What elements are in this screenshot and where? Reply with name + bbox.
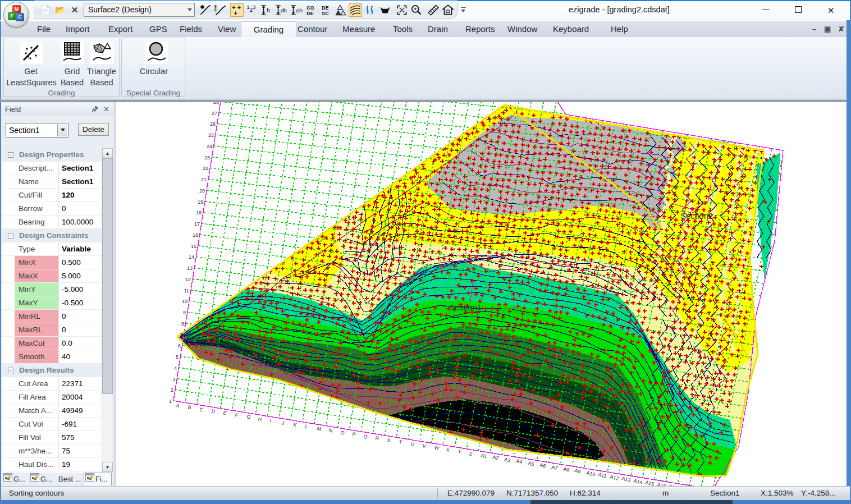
- svg-text:x: x: [502, 311, 505, 319]
- svg-text:E: E: [223, 410, 227, 416]
- svg-text:T: T: [399, 439, 403, 445]
- svg-text:A9: A9: [574, 468, 582, 474]
- svg-text:19: 19: [198, 199, 203, 205]
- svg-text:K: K: [293, 421, 298, 428]
- svg-text:13: 13: [187, 265, 193, 271]
- svg-text:14: 14: [189, 254, 194, 260]
- svg-text:F: F: [235, 412, 239, 418]
- svg-text:I: I: [269, 418, 272, 423]
- svg-text:Z: Z: [469, 451, 473, 457]
- svg-text:15: 15: [191, 244, 196, 249]
- svg-text:A6: A6: [539, 462, 547, 469]
- svg-text:✱: ✱: [200, 4, 204, 10]
- svg-text:W: W: [434, 445, 440, 451]
- svg-text:A1: A1: [481, 452, 488, 459]
- svg-text:8: 8: [181, 321, 184, 327]
- svg-text:H: H: [258, 416, 263, 422]
- svg-text:6: 6: [178, 343, 181, 349]
- svg-text:5: 5: [176, 354, 179, 360]
- svg-text:A5: A5: [528, 460, 535, 467]
- svg-text:dh: dh: [281, 7, 287, 13]
- svg-text:Y: Y: [457, 448, 462, 455]
- svg-text:C: C: [199, 406, 204, 413]
- svg-text:A14: A14: [633, 478, 643, 485]
- svg-text:R: R: [375, 435, 380, 441]
- svg-text:28: 28: [213, 102, 219, 105]
- svg-text:9: 9: [183, 310, 186, 315]
- svg-text:24: 24: [207, 144, 212, 149]
- svg-text:DE: DE: [322, 5, 328, 11]
- svg-text:A: A: [176, 402, 180, 409]
- svg-text:D: D: [211, 408, 216, 414]
- svg-text:12: 12: [185, 277, 191, 282]
- svg-text:11: 11: [184, 288, 189, 294]
- svg-text:S: S: [387, 437, 391, 443]
- svg-text:27: 27: [212, 111, 217, 116]
- svg-text:SC: SC: [322, 11, 329, 16]
- svg-text:A3: A3: [504, 456, 511, 463]
- svg-text:A10: A10: [586, 470, 596, 478]
- svg-text:CO: CO: [306, 5, 314, 11]
- svg-text:1: 1: [169, 398, 172, 404]
- svg-text:Section1: Section1: [449, 303, 482, 312]
- svg-text:+: +: [234, 10, 237, 16]
- svg-text:G: G: [246, 414, 251, 420]
- svg-text:O: O: [340, 429, 345, 436]
- svg-text:A11: A11: [598, 471, 607, 479]
- svg-text:4: 4: [174, 365, 177, 371]
- svg-text:DE: DE: [306, 11, 313, 16]
- svg-text:17: 17: [194, 221, 200, 227]
- svg-text:16: 16: [193, 232, 198, 238]
- svg-text:A4: A4: [516, 458, 523, 465]
- svg-text:A2: A2: [492, 454, 500, 461]
- svg-text:Δh: Δh: [296, 7, 303, 13]
- svg-text:P: P: [352, 431, 356, 437]
- svg-text:A15: A15: [645, 479, 655, 486]
- svg-text:B: B: [187, 404, 192, 410]
- svg-text:2: 2: [171, 387, 173, 393]
- svg-text:10: 10: [182, 299, 187, 304]
- svg-text:25: 25: [208, 132, 214, 138]
- svg-text:Section2: Section2: [680, 211, 713, 221]
- svg-text:Q: Q: [363, 433, 368, 439]
- svg-text:7: 7: [180, 332, 182, 338]
- svg-text:M: M: [317, 425, 322, 432]
- svg-text:L: L: [305, 423, 309, 429]
- svg-text:N: N: [328, 427, 333, 433]
- svg-text:X: X: [446, 447, 450, 453]
- svg-text:22: 22: [203, 166, 208, 171]
- svg-text:23: 23: [204, 155, 210, 161]
- svg-text:21: 21: [201, 177, 207, 182]
- svg-text:J: J: [281, 420, 285, 426]
- svg-text:U: U: [410, 441, 415, 447]
- svg-text:A13: A13: [621, 475, 632, 483]
- svg-text:20: 20: [199, 188, 205, 194]
- svg-text:h: h: [267, 7, 270, 13]
- svg-text:V: V: [422, 443, 427, 449]
- svg-text:A7: A7: [551, 464, 559, 471]
- svg-text:A12: A12: [610, 474, 620, 482]
- svg-text:18: 18: [196, 210, 202, 216]
- svg-text:26: 26: [210, 121, 216, 127]
- svg-text:A16: A16: [657, 482, 667, 486]
- svg-text:3: 3: [253, 4, 256, 10]
- svg-text:A8: A8: [563, 466, 570, 473]
- svg-text:3: 3: [172, 377, 175, 382]
